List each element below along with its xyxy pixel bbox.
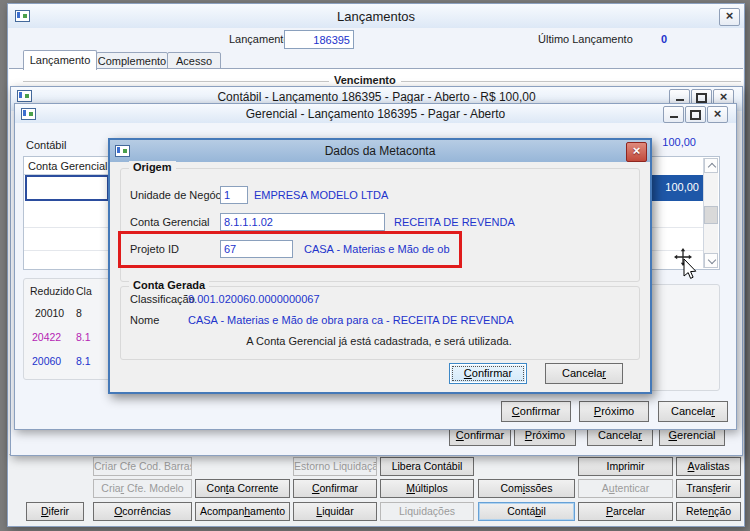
ultimo-lancamento-label: Último Lançamento <box>538 33 633 45</box>
header-reduzido: Reduzido <box>30 285 74 297</box>
button-avalistas[interactable]: Avalistas <box>676 457 741 476</box>
dialog-titlebar: Dados da Metaconta <box>110 140 650 162</box>
conta-gerencial-message: A Conta Gerencial já está cadastrada, e … <box>120 335 638 347</box>
conta-gerada-legend: Conta Gerada <box>129 279 209 291</box>
window-title: Lançamentos <box>8 9 744 24</box>
nome-value: CASA - Materias e Mão de obra para ca - … <box>188 314 514 326</box>
minimize-icon[interactable] <box>663 106 684 123</box>
cancelar-button[interactable]: Cancelar <box>545 363 623 384</box>
nome-label: Nome <box>130 314 159 326</box>
confirmar-button[interactable]: Confirmar <box>449 363 527 384</box>
unidade-negocio-label: Unidade de Negócio <box>130 189 230 201</box>
scrollbar[interactable] <box>703 158 718 268</box>
button-criar-cfe-cod-barras: Criar Cfe Cod. Barras <box>93 457 192 476</box>
row-reduzido[interactable]: 20010 <box>35 307 64 319</box>
button-confirmar-grid[interactable]: Confirmar <box>293 479 377 498</box>
row-cla[interactable]: 8 <box>76 307 82 319</box>
gerencial-titlebar: Gerencial - Lançamento 186395 - Pagar - … <box>15 104 736 123</box>
conta-gerencial-label: Conta Gerencial <box>130 216 210 228</box>
button-liquidar[interactable]: Liquidar <box>293 502 377 521</box>
vencimento-legend: Vencimento <box>329 74 401 86</box>
button-transferir[interactable]: Transferir <box>676 479 741 498</box>
close-icon[interactable] <box>719 8 740 26</box>
unidade-negocio-input[interactable] <box>220 186 248 204</box>
accounts-panel-right <box>649 284 720 391</box>
move-cursor-icon <box>674 248 700 280</box>
grid-header-conta-gerencial: Conta Gerencial <box>28 160 108 172</box>
button-proximo-gerencial[interactable]: Próximo <box>579 401 649 422</box>
button-acompanhamento[interactable]: Acompanhamento <box>195 502 290 521</box>
classificacao-label: Classificação <box>130 293 195 305</box>
button-autenticar: Autenticar <box>578 479 673 498</box>
button-cancelar-gerencial[interactable]: Cancelar <box>658 401 728 422</box>
tab-lancamento[interactable]: Lançamento <box>23 50 97 70</box>
dialog-title: Dados da Metaconta <box>110 144 650 158</box>
button-multiplos[interactable]: Múltiplos <box>380 479 474 498</box>
scroll-down-icon[interactable] <box>704 253 718 268</box>
window-title: Gerencial - Lançamento 186395 - Pagar - … <box>15 107 736 121</box>
classificacao-value: 9.001.020060.0000000067 <box>188 293 320 305</box>
row-reduzido[interactable]: 20422 <box>32 331 61 343</box>
button-confirmar-gerencial[interactable]: Confirmar <box>501 401 571 422</box>
header-cla: Cla <box>76 285 92 297</box>
button-diferir[interactable]: Diferir <box>26 502 84 521</box>
button-conta-corrente[interactable]: Conta Corrente <box>195 479 290 498</box>
lancamentos-titlebar: Lançamentos <box>8 4 744 28</box>
button-ocorrencias[interactable]: Ocorrências <box>93 502 192 521</box>
row-cla[interactable]: 8.1 <box>76 355 91 367</box>
selected-row-value[interactable]: 100,00 <box>650 175 704 201</box>
conta-gerencial-desc: RECEITA DE REVENDA <box>394 216 515 228</box>
button-retencao[interactable]: Retenção <box>676 502 741 521</box>
desktop: { "lancamentos_window": { "title": "Lanç… <box>0 0 750 531</box>
window-title: Contábil - Lançamento 186395 - Pagar - A… <box>11 90 742 104</box>
button-liquidacoes: Liquidações <box>380 502 474 521</box>
lancamento-input[interactable] <box>284 30 354 49</box>
metaconta-dialog: Dados da Metaconta Origem Unidade de Neg… <box>108 138 652 394</box>
accounts-panel: Reduzido Cla 20010 8 20422 8.1 20060 8.1 <box>23 278 111 380</box>
origem-legend: Origem <box>129 161 176 173</box>
button-contabil[interactable]: Contábil <box>478 502 575 521</box>
unidade-negocio-desc: EMPRESA MODELO LTDA <box>254 189 388 201</box>
projeto-id-highlight-rectangle <box>118 231 462 268</box>
selected-row-left[interactable] <box>25 175 109 201</box>
row-cla[interactable]: 8.1 <box>76 331 91 343</box>
close-icon[interactable] <box>707 106 728 123</box>
close-icon[interactable] <box>626 142 647 162</box>
lancamento-label: Lançamento <box>229 33 290 45</box>
conta-gerencial-input[interactable] <box>220 213 385 231</box>
scrollbar-thumb[interactable] <box>704 206 718 224</box>
row-reduzido[interactable]: 20060 <box>32 355 61 367</box>
scroll-up-icon[interactable] <box>704 158 718 173</box>
button-libera-contabil[interactable]: Libera Contábil <box>380 457 474 476</box>
contabil-section-label: Contábil <box>26 139 66 151</box>
maximize-icon[interactable] <box>685 106 706 123</box>
conta-gerencial-grid[interactable]: Conta Gerencial <box>23 156 111 270</box>
ultimo-lancamento-value: 0 <box>661 33 667 45</box>
button-criar-cfe-modelo: Criar Cfe. Modelo <box>93 479 192 498</box>
button-imprimir[interactable]: Imprimir <box>578 457 673 476</box>
button-estorno-liquidacao: Estorno Liquidação <box>293 457 377 476</box>
button-parcelar[interactable]: Parcelar <box>578 502 673 521</box>
button-comissoes[interactable]: Comissões <box>478 479 575 498</box>
